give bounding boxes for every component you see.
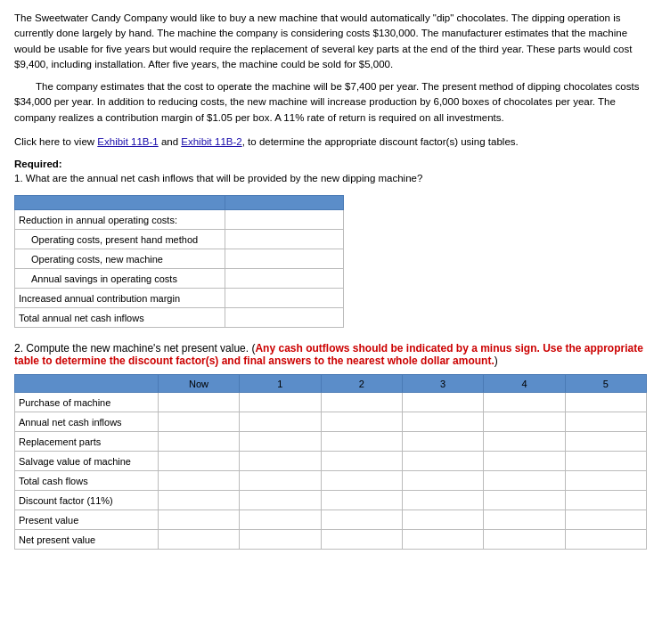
- table2-col-header-6: 5: [565, 375, 646, 393]
- table2-row-label-0: Purchase of machine: [15, 393, 159, 412]
- table2-row-label-4: Total cash flows: [15, 471, 159, 491]
- table2-cell-5-2[interactable]: [321, 491, 402, 510]
- link-suffix: , to determine the appropriate discount …: [242, 136, 519, 147]
- table2-cell-1-1[interactable]: [240, 412, 321, 432]
- table2-cell-0-2[interactable]: [321, 393, 402, 412]
- table1-row-label-1: Operating costs, present hand method: [15, 230, 225, 249]
- table2-cell-3-3[interactable]: [402, 452, 483, 471]
- table2-row-label-5: Discount factor (11%): [15, 491, 159, 510]
- table2-cell-7-1[interactable]: [240, 530, 321, 550]
- exhibit1-link[interactable]: Exhibit 11B-1: [97, 136, 158, 147]
- table2-cell-1-3[interactable]: [402, 412, 483, 432]
- table2-cell-7-3[interactable]: [402, 530, 483, 550]
- table1-row-input-3[interactable]: [225, 269, 343, 289]
- table1-row-label-2: Operating costs, new machine: [15, 249, 225, 269]
- section2-intro: 2. Compute the new machine's net present…: [14, 342, 648, 367]
- table2-container: Now12345 Purchase of machineAnnual net c…: [14, 374, 647, 550]
- table1-row-input-4[interactable]: [225, 289, 343, 308]
- table2-cell-1-2[interactable]: [321, 412, 402, 432]
- table2-cell-2-2[interactable]: [321, 432, 402, 452]
- table2-cell-3-2[interactable]: [321, 452, 402, 471]
- table2-cell-7-5[interactable]: [565, 530, 646, 550]
- table2-row-label-3: Salvage value of machine: [15, 452, 159, 471]
- table1-container: Reduction in annual operating costs:Oper…: [14, 195, 344, 328]
- table2-cell-6-1[interactable]: [240, 510, 321, 530]
- section2-text-before: 2. Compute the new machine's net present…: [14, 342, 255, 355]
- table2-cell-2-0[interactable]: [158, 432, 239, 452]
- table2-col-header-4: 3: [402, 375, 483, 393]
- section2-text-after: ): [494, 355, 498, 367]
- table2-cell-1-5[interactable]: [565, 412, 646, 432]
- table2-col-header-2: 1: [240, 375, 321, 393]
- required-section: Required: 1. What are the annual net cas…: [14, 159, 648, 186]
- and-text: and: [159, 136, 182, 147]
- intro-paragraph1: The Sweetwater Candy Company would like …: [14, 11, 648, 72]
- table1-header-label: [15, 196, 225, 210]
- table1: Reduction in annual operating costs:Oper…: [14, 195, 344, 328]
- table2-cell-5-5[interactable]: [565, 491, 646, 510]
- table2: Now12345 Purchase of machineAnnual net c…: [14, 374, 647, 550]
- table2-cell-5-4[interactable]: [484, 491, 565, 510]
- exhibit-link-line: Click here to view Exhibit 11B-1 and Exh…: [14, 135, 648, 150]
- table1-row-label-3: Annual savings in operating costs: [15, 269, 225, 289]
- table2-cell-1-4[interactable]: [484, 412, 565, 432]
- table2-cell-6-0[interactable]: [158, 510, 239, 530]
- table1-row-input-1[interactable]: [225, 230, 343, 249]
- table2-cell-0-3[interactable]: [402, 393, 483, 412]
- table2-cell-5-0[interactable]: [158, 491, 239, 510]
- table2-cell-3-4[interactable]: [484, 452, 565, 471]
- table2-cell-2-1[interactable]: [240, 432, 321, 452]
- table2-cell-0-4[interactable]: [484, 393, 565, 412]
- table2-cell-3-0[interactable]: [158, 452, 239, 471]
- table2-cell-6-4[interactable]: [484, 510, 565, 530]
- table2-col-header-0: [15, 375, 159, 393]
- table1-header-value: [225, 196, 343, 210]
- table2-cell-2-5[interactable]: [565, 432, 646, 452]
- table2-cell-6-5[interactable]: [565, 510, 646, 530]
- table2-col-header-3: 2: [321, 375, 402, 393]
- question1-text: 1. What are the annual net cash inflows …: [14, 171, 648, 186]
- table2-cell-4-1[interactable]: [240, 471, 321, 491]
- table2-cell-4-5[interactable]: [565, 471, 646, 491]
- exhibit2-link[interactable]: Exhibit 11B-2: [181, 136, 241, 147]
- table2-row-label-7: Net present value: [15, 530, 159, 550]
- table2-row-label-1: Annual net cash inflows: [15, 412, 159, 432]
- table2-cell-3-5[interactable]: [565, 452, 646, 471]
- table2-cell-6-3[interactable]: [402, 510, 483, 530]
- table2-cell-7-4[interactable]: [484, 530, 565, 550]
- table2-col-header-1: Now: [158, 375, 239, 393]
- intro-paragraph2: The company estimates that the cost to o…: [14, 79, 648, 126]
- table2-cell-5-3[interactable]: [402, 491, 483, 510]
- table1-row-label-0: Reduction in annual operating costs:: [15, 210, 225, 230]
- table1-row-input-5[interactable]: [225, 308, 343, 328]
- table2-cell-2-4[interactable]: [484, 432, 565, 452]
- table2-row-label-6: Present value: [15, 510, 159, 530]
- table1-row-label-5: Total annual net cash inflows: [15, 308, 225, 328]
- table2-row-label-2: Replacement parts: [15, 432, 159, 452]
- table2-cell-4-0[interactable]: [158, 471, 239, 491]
- table2-cell-0-1[interactable]: [240, 393, 321, 412]
- table2-cell-4-2[interactable]: [321, 471, 402, 491]
- table2-cell-1-0[interactable]: [158, 412, 239, 432]
- table1-row-input-0[interactable]: [225, 210, 343, 230]
- table2-cell-2-3[interactable]: [402, 432, 483, 452]
- table2-cell-4-3[interactable]: [402, 471, 483, 491]
- table2-cell-5-1[interactable]: [240, 491, 321, 510]
- required-label: Required:: [14, 159, 648, 169]
- table2-cell-4-4[interactable]: [484, 471, 565, 491]
- table2-cell-0-0[interactable]: [158, 393, 239, 412]
- table2-cell-7-0[interactable]: [158, 530, 239, 550]
- link-prefix: Click here to view: [14, 136, 97, 147]
- table2-cell-7-2[interactable]: [321, 530, 402, 550]
- table2-cell-0-5[interactable]: [565, 393, 646, 412]
- table2-cell-6-2[interactable]: [321, 510, 402, 530]
- table2-col-header-5: 4: [484, 375, 565, 393]
- table2-cell-3-1[interactable]: [240, 452, 321, 471]
- table1-row-label-4: Increased annual contribution margin: [15, 289, 225, 308]
- table1-row-input-2[interactable]: [225, 249, 343, 269]
